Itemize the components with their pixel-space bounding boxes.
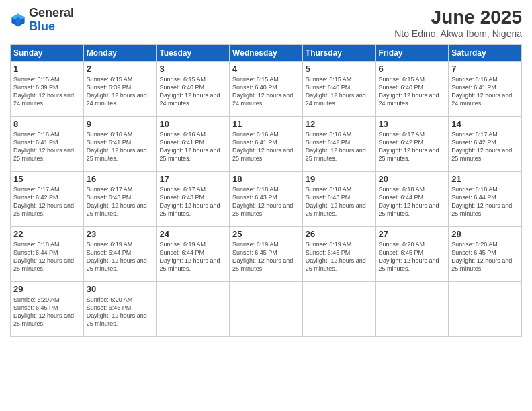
calendar-subtitle: Nto Edino, Akwa Ibom, Nigeria [394,28,522,39]
day-info: Sunrise: 6:15 AMSunset: 6:40 PMDaylight:… [306,75,373,108]
day-number: 20 [379,174,446,184]
day-number: 8 [13,119,81,129]
day-number: 15 [13,174,81,184]
table-cell: 22Sunrise: 6:18 AMSunset: 6:44 PMDayligh… [11,227,84,282]
table-cell: 29Sunrise: 6:20 AMSunset: 6:45 PMDayligh… [11,282,84,337]
day-info: Sunrise: 6:17 AMSunset: 6:42 PMDaylight:… [379,130,446,163]
week-row-3: 15Sunrise: 6:17 AMSunset: 6:42 PMDayligh… [11,172,522,227]
table-cell: 5Sunrise: 6:15 AMSunset: 6:40 PMDaylight… [302,62,375,117]
day-number: 19 [306,174,373,184]
table-cell: 1Sunrise: 6:15 AMSunset: 6:39 PMDaylight… [11,62,84,117]
header-row: Sunday Monday Tuesday Wednesday Thursday… [11,45,522,62]
day-info: Sunrise: 6:15 AMSunset: 6:40 PMDaylight:… [232,75,300,108]
col-sunday: Sunday [11,45,84,62]
day-number: 30 [87,284,154,294]
day-number: 21 [451,174,519,184]
table-cell: 15Sunrise: 6:17 AMSunset: 6:42 PMDayligh… [11,172,84,227]
col-thursday: Thursday [302,45,375,62]
table-cell: 13Sunrise: 6:17 AMSunset: 6:42 PMDayligh… [375,117,449,172]
table-cell: 8Sunrise: 6:16 AMSunset: 6:41 PMDaylight… [11,117,84,172]
header: General Blue June 2025 Nto Edino, Akwa I… [10,7,522,39]
table-cell: 27Sunrise: 6:20 AMSunset: 6:45 PMDayligh… [375,227,449,282]
day-number: 9 [87,119,154,129]
table-cell: 21Sunrise: 6:18 AMSunset: 6:44 PMDayligh… [449,172,522,227]
day-number: 5 [306,64,373,74]
table-cell: 6Sunrise: 6:15 AMSunset: 6:40 PMDaylight… [375,62,449,117]
day-number: 17 [159,174,226,184]
day-number: 6 [379,64,446,74]
day-number: 2 [87,64,154,74]
table-cell: 2Sunrise: 6:15 AMSunset: 6:39 PMDaylight… [83,62,157,117]
table-cell: 9Sunrise: 6:16 AMSunset: 6:41 PMDaylight… [83,117,157,172]
day-info: Sunrise: 6:20 AMSunset: 6:45 PMDaylight:… [13,295,81,328]
day-info: Sunrise: 6:17 AMSunset: 6:43 PMDaylight:… [159,185,226,218]
table-cell: 18Sunrise: 6:18 AMSunset: 6:43 PMDayligh… [230,172,303,227]
day-number: 25 [232,229,300,239]
table-cell [302,282,375,337]
day-number: 1 [13,64,81,74]
day-info: Sunrise: 6:17 AMSunset: 6:43 PMDaylight:… [87,185,154,218]
day-info: Sunrise: 6:15 AMSunset: 6:40 PMDaylight:… [159,75,226,108]
table-cell [375,282,449,337]
day-info: Sunrise: 6:18 AMSunset: 6:43 PMDaylight:… [306,185,373,218]
day-info: Sunrise: 6:16 AMSunset: 6:41 PMDaylight:… [13,130,81,163]
day-info: Sunrise: 6:15 AMSunset: 6:39 PMDaylight:… [87,75,154,108]
table-cell: 10Sunrise: 6:16 AMSunset: 6:41 PMDayligh… [157,117,230,172]
day-number: 3 [159,64,226,74]
table-cell [157,282,230,337]
table-cell: 12Sunrise: 6:16 AMSunset: 6:42 PMDayligh… [302,117,375,172]
table-cell: 4Sunrise: 6:15 AMSunset: 6:40 PMDaylight… [230,62,303,117]
day-info: Sunrise: 6:18 AMSunset: 6:44 PMDaylight:… [13,240,81,273]
week-row-2: 8Sunrise: 6:16 AMSunset: 6:41 PMDaylight… [11,117,522,172]
day-info: Sunrise: 6:20 AMSunset: 6:45 PMDaylight:… [379,240,446,273]
day-number: 12 [306,119,373,129]
day-number: 11 [232,119,300,129]
table-cell: 7Sunrise: 6:16 AMSunset: 6:41 PMDaylight… [449,62,522,117]
day-number: 14 [451,119,519,129]
day-number: 18 [232,174,300,184]
table-cell: 11Sunrise: 6:16 AMSunset: 6:41 PMDayligh… [230,117,303,172]
table-cell: 28Sunrise: 6:20 AMSunset: 6:45 PMDayligh… [449,227,522,282]
table-cell: 17Sunrise: 6:17 AMSunset: 6:43 PMDayligh… [157,172,230,227]
table-cell: 30Sunrise: 6:20 AMSunset: 6:46 PMDayligh… [83,282,157,337]
col-friday: Friday [375,45,449,62]
day-number: 23 [87,229,154,239]
day-info: Sunrise: 6:18 AMSunset: 6:44 PMDaylight:… [451,185,519,218]
table-cell: 26Sunrise: 6:19 AMSunset: 6:45 PMDayligh… [302,227,375,282]
table-cell: 24Sunrise: 6:19 AMSunset: 6:44 PMDayligh… [157,227,230,282]
day-info: Sunrise: 6:17 AMSunset: 6:42 PMDaylight:… [451,130,519,163]
table-cell [449,282,522,337]
day-info: Sunrise: 6:16 AMSunset: 6:42 PMDaylight:… [306,130,373,163]
logo-blue: Blue [29,19,55,33]
col-saturday: Saturday [449,45,522,62]
col-wednesday: Wednesday [230,45,303,62]
day-info: Sunrise: 6:16 AMSunset: 6:41 PMDaylight:… [87,130,154,163]
day-info: Sunrise: 6:16 AMSunset: 6:41 PMDaylight:… [451,75,519,108]
day-info: Sunrise: 6:20 AMSunset: 6:45 PMDaylight:… [451,240,519,273]
day-info: Sunrise: 6:15 AMSunset: 6:39 PMDaylight:… [13,75,81,108]
day-info: Sunrise: 6:15 AMSunset: 6:40 PMDaylight:… [379,75,446,108]
week-row-4: 22Sunrise: 6:18 AMSunset: 6:44 PMDayligh… [11,227,522,282]
day-number: 10 [159,119,226,129]
day-info: Sunrise: 6:19 AMSunset: 6:45 PMDaylight:… [306,240,373,273]
day-info: Sunrise: 6:17 AMSunset: 6:42 PMDaylight:… [13,185,81,218]
week-row-1: 1Sunrise: 6:15 AMSunset: 6:39 PMDaylight… [11,62,522,117]
table-cell: 16Sunrise: 6:17 AMSunset: 6:43 PMDayligh… [83,172,157,227]
table-cell [230,282,303,337]
table-cell: 19Sunrise: 6:18 AMSunset: 6:43 PMDayligh… [302,172,375,227]
day-info: Sunrise: 6:19 AMSunset: 6:44 PMDaylight:… [87,240,154,273]
day-info: Sunrise: 6:18 AMSunset: 6:44 PMDaylight:… [379,185,446,218]
logo-text: General Blue [29,7,74,34]
day-info: Sunrise: 6:16 AMSunset: 6:41 PMDaylight:… [159,130,226,163]
day-info: Sunrise: 6:19 AMSunset: 6:45 PMDaylight:… [232,240,300,273]
table-cell: 20Sunrise: 6:18 AMSunset: 6:44 PMDayligh… [375,172,449,227]
col-tuesday: Tuesday [157,45,230,62]
table-cell: 14Sunrise: 6:17 AMSunset: 6:42 PMDayligh… [449,117,522,172]
logo: General Blue [10,7,74,34]
day-number: 27 [379,229,446,239]
day-info: Sunrise: 6:19 AMSunset: 6:44 PMDaylight:… [159,240,226,273]
day-number: 4 [232,64,300,74]
calendar-table: Sunday Monday Tuesday Wednesday Thursday… [10,44,522,337]
day-info: Sunrise: 6:18 AMSunset: 6:43 PMDaylight:… [232,185,300,218]
day-number: 13 [379,119,446,129]
